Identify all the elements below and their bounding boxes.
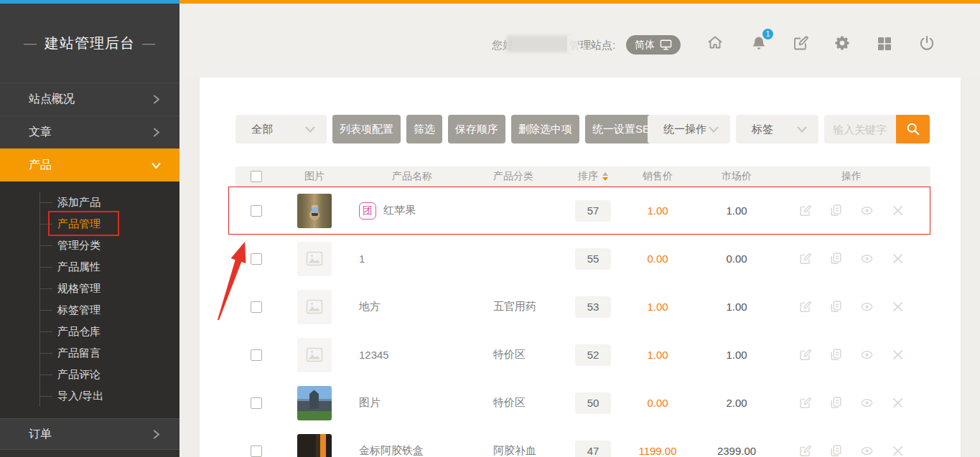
search-button[interactable] <box>896 115 930 143</box>
category-filter-dropdown[interactable]: 全部 <box>235 115 327 143</box>
submenu-item-category-management[interactable]: 管理分类 <box>40 235 179 256</box>
edit-icon[interactable] <box>798 300 812 314</box>
copy-icon[interactable] <box>829 396 843 410</box>
table-row: 图片 特价区 50 0.00 2.00 <box>235 379 930 427</box>
view-eye-icon[interactable] <box>860 300 874 314</box>
edit-icon[interactable] <box>798 396 812 410</box>
apps-grid-icon[interactable] <box>876 35 893 52</box>
row-checkbox[interactable] <box>251 446 262 457</box>
delete-x-icon[interactable] <box>891 444 905 457</box>
submenu-item-product-attributes[interactable]: 产品属性 <box>40 256 179 278</box>
edit-icon[interactable] <box>798 348 812 362</box>
filter-button[interactable]: 筛选 <box>406 115 442 143</box>
settings-gear-icon[interactable] <box>834 34 851 52</box>
col-header-sort: 排序 <box>578 170 598 183</box>
sidebar-menu-bottom: 订单 <box>0 418 179 450</box>
product-image[interactable] <box>297 290 332 324</box>
delete-selected-button[interactable]: 删除选中项 <box>511 115 579 143</box>
market-price: 1.00 <box>701 204 773 217</box>
app-title-text: 建站管理后台 <box>45 34 135 53</box>
sidebar-item-products[interactable]: 产品 <box>0 149 179 182</box>
sidebar-item-articles[interactable]: 文章 <box>0 116 179 149</box>
product-image[interactable] <box>297 338 332 372</box>
copy-icon[interactable] <box>829 348 843 362</box>
language-switch-button[interactable]: 简体 <box>626 35 681 55</box>
image-placeholder-icon <box>306 347 323 362</box>
view-eye-icon[interactable] <box>860 204 874 217</box>
submenu-item-product-messages[interactable]: 产品留言 <box>40 342 179 364</box>
menu-item-label: 产品 <box>29 158 52 173</box>
home-icon[interactable] <box>706 34 724 51</box>
submenu-item-tag-management[interactable]: 标签管理 <box>40 299 179 321</box>
copy-icon[interactable] <box>829 204 843 217</box>
submenu-item-product-comments[interactable]: 产品评论 <box>40 364 179 385</box>
chevron-down-icon <box>151 161 161 170</box>
table-row: 团 红苹果 57 1.00 1.00 <box>235 187 930 235</box>
select-all-checkbox[interactable] <box>251 171 262 182</box>
sort-asc-icon[interactable] <box>602 172 608 176</box>
view-eye-icon[interactable] <box>860 348 874 362</box>
edit-icon[interactable] <box>798 444 812 457</box>
category-filter-value: 全部 <box>251 123 273 136</box>
row-checkbox[interactable] <box>251 205 262 217</box>
batch-action-value: 统一操作 <box>663 123 706 136</box>
notification-count-badge: 1 <box>762 29 773 39</box>
product-image[interactable] <box>297 386 332 420</box>
content-card: 全部 列表项配置筛选保存顺序删除选中项统一设置SEO 统一操作 标签 图片 产品 <box>200 77 961 457</box>
delete-x-icon[interactable] <box>891 252 905 265</box>
save-order-button[interactable]: 保存顺序 <box>448 115 505 143</box>
menu-item-label: 站点概况 <box>29 92 75 107</box>
sort-value[interactable]: 57 <box>575 200 611 222</box>
row-checkbox[interactable] <box>251 253 262 265</box>
product-image[interactable] <box>297 242 332 276</box>
market-price: 2399.00 <box>701 445 773 457</box>
sidebar: — 建站管理后台 — 站点概况 文章 产品 添加产品 产品管理 管理分类 产品属… <box>0 4 179 457</box>
sort-value[interactable]: 50 <box>575 392 611 414</box>
edit-icon[interactable] <box>798 252 812 265</box>
search-input[interactable] <box>824 115 896 143</box>
product-image[interactable] <box>297 194 332 228</box>
tag-dropdown[interactable]: 标签 <box>736 115 818 143</box>
logout-power-icon[interactable] <box>918 34 935 52</box>
row-checkbox[interactable] <box>251 397 262 409</box>
sort-value[interactable]: 52 <box>575 344 611 366</box>
product-image[interactable] <box>297 434 332 457</box>
submenu-item-add-product[interactable]: 添加产品 <box>40 192 179 213</box>
copy-icon[interactable] <box>829 252 843 265</box>
market-price: 1.00 <box>701 301 773 313</box>
view-eye-icon[interactable] <box>860 396 874 410</box>
row-checkbox[interactable] <box>251 301 262 313</box>
delete-x-icon[interactable] <box>891 300 905 314</box>
search-icon <box>905 121 921 137</box>
sidebar-item-orders[interactable]: 订单 <box>0 418 179 450</box>
copy-icon[interactable] <box>829 300 843 314</box>
sort-value[interactable]: 47 <box>575 440 611 457</box>
sale-price: 0.00 <box>615 253 701 265</box>
submenu-item-product-warehouse[interactable]: 产品仓库 <box>40 321 179 342</box>
submenu-item-spec-management[interactable]: 规格管理 <box>40 278 179 299</box>
sort-desc-icon[interactable] <box>602 177 608 181</box>
product-category: 特价区 <box>485 396 571 410</box>
delete-x-icon[interactable] <box>891 396 905 410</box>
row-checkbox[interactable] <box>251 349 262 361</box>
list-config-button[interactable]: 列表项配置 <box>332 115 401 143</box>
market-price: 2.00 <box>701 397 773 409</box>
sort-toggle[interactable] <box>602 172 608 181</box>
view-eye-icon[interactable] <box>860 444 874 457</box>
group-buy-badge: 团 <box>359 202 376 220</box>
delete-x-icon[interactable] <box>891 204 905 217</box>
sort-value[interactable]: 53 <box>575 296 611 318</box>
submenu-item-import-export[interactable]: 导入/导出 <box>40 385 179 407</box>
submenu-item-label: 产品评论 <box>57 368 101 382</box>
sale-price: 1.00 <box>615 301 701 313</box>
submenu-item-label: 规格管理 <box>57 282 101 296</box>
delete-x-icon[interactable] <box>891 348 905 362</box>
copy-icon[interactable] <box>829 444 843 457</box>
batch-action-dropdown[interactable]: 统一操作 <box>648 115 730 143</box>
view-eye-icon[interactable] <box>860 252 874 265</box>
sort-value[interactable]: 55 <box>575 248 611 270</box>
compose-icon[interactable] <box>792 34 809 52</box>
submenu-item-product-management[interactable]: 产品管理 <box>40 213 179 235</box>
sidebar-item-site-overview[interactable]: 站点概况 <box>0 83 179 116</box>
edit-icon[interactable] <box>798 204 812 217</box>
